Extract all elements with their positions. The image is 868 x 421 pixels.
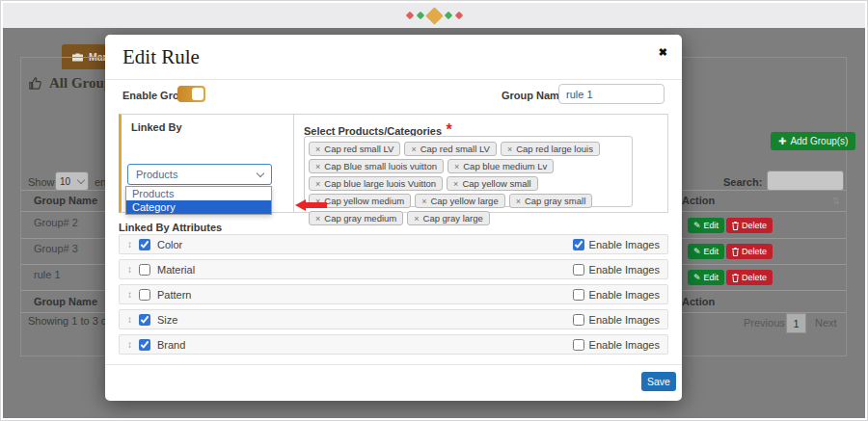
product-tag: ×Cap red small LV [404, 142, 496, 156]
drag-handle-icon[interactable]: ↕ [127, 289, 132, 300]
delete-button[interactable]: Delete [726, 270, 773, 285]
attribute-row-material[interactable]: ↕ Material Enable Images [119, 259, 668, 279]
tag-label: Cap yellow small [462, 178, 530, 189]
product-tag: ×Cap blue medium Lv [448, 159, 554, 173]
pencil-icon: ✎ [693, 221, 701, 230]
sort-icon[interactable]: ⇅ [832, 196, 840, 206]
tag-label: Cap blue large luois Vuitton [324, 178, 436, 189]
dropdown-option-products[interactable]: Products [126, 187, 271, 200]
attribute-row-size[interactable]: ↕ Size Enable Images [119, 309, 668, 329]
drag-handle-icon[interactable]: ↕ [127, 264, 132, 275]
product-tag: ×Cap yellow small [447, 176, 538, 191]
page-size-select[interactable]: 10 [55, 171, 89, 191]
annotation-arrow-left-icon [295, 199, 327, 211]
enable-images-checkbox[interactable] [573, 339, 584, 351]
table-row-name: Group# 2 [34, 217, 78, 228]
toggle-knob [192, 88, 203, 100]
tag-label: Cap Blue small luois vuitton [324, 161, 437, 171]
modal-header-divider [105, 79, 682, 80]
edit-button[interactable]: ✎Edit [688, 270, 724, 285]
attributes-list: ↕ Color Enable Images ↕ Material Enable … [119, 234, 668, 359]
attribute-row-brand[interactable]: ↕ Brand Enable Images [119, 334, 668, 355]
enable-images-checkbox[interactable] [573, 289, 584, 301]
add-group-button[interactable]: ✚ Add Group(s) [771, 132, 855, 150]
attribute-checkbox[interactable] [139, 239, 150, 250]
enable-images-checkbox[interactable] [573, 264, 584, 276]
remove-tag-icon[interactable]: × [421, 197, 426, 206]
tag-label: Cap red small LV [420, 144, 490, 154]
edit-label: Edit [704, 221, 719, 230]
save-button[interactable]: Save [641, 372, 676, 391]
edit-rule-modal: Edit Rule ✖ Enable Group Group Name Link… [105, 35, 682, 401]
fieldset-divider [293, 115, 294, 212]
logo-diamond-green-icon [416, 12, 423, 19]
remove-tag-icon[interactable]: × [507, 145, 512, 154]
pagination-previous[interactable]: Previous [744, 317, 785, 329]
logo-diamond-green-icon [444, 12, 451, 19]
page-number: 1 [793, 318, 799, 329]
linked-by-select[interactable]: Products [127, 164, 272, 185]
pagination-next[interactable]: Next [815, 317, 837, 329]
column-header-group-name[interactable]: Group Name [34, 195, 97, 206]
delete-label: Delete [742, 273, 767, 282]
table-row-name: rule 1 [34, 269, 61, 280]
chevron-down-icon [77, 175, 85, 183]
delete-label: Delete [742, 221, 767, 230]
tag-label: Cap yellow large [430, 196, 498, 206]
edit-button[interactable]: ✎Edit [688, 244, 724, 259]
enable-group-toggle[interactable] [177, 86, 205, 102]
remove-tag-icon[interactable]: × [315, 145, 320, 154]
drag-handle-icon[interactable]: ↕ [127, 239, 132, 250]
enable-images-label: Enable Images [589, 264, 660, 276]
delete-button[interactable]: Delete [726, 244, 773, 259]
enable-images-checkbox[interactable] [573, 314, 584, 326]
dropdown-option-category[interactable]: Category [126, 200, 271, 214]
tag-label: Cap gray small [525, 196, 585, 206]
pagination-page-1[interactable]: 1 [786, 313, 806, 333]
remove-tag-icon[interactable]: × [411, 145, 416, 154]
attribute-row-pattern[interactable]: ↕ Pattern Enable Images [119, 284, 668, 304]
remove-tag-icon[interactable]: × [315, 162, 320, 171]
remove-tag-icon[interactable]: × [516, 197, 521, 206]
attribute-checkbox[interactable] [139, 264, 150, 276]
attribute-row-color[interactable]: ↕ Color Enable Images [119, 234, 668, 254]
tag-label: Cap gray large [423, 213, 483, 224]
enable-images-checkbox[interactable] [573, 239, 584, 250]
selected-products-box[interactable]: ×Cap red small LV ×Cap red small LV ×Cap… [304, 136, 633, 207]
edit-button[interactable]: ✎Edit [688, 218, 724, 233]
attribute-checkbox[interactable] [139, 314, 150, 326]
attribute-name: Size [157, 314, 177, 326]
remove-tag-icon[interactable]: × [454, 162, 459, 171]
product-tag: ×Cap gray medium [309, 211, 403, 225]
footer-header-group-name: Group Name [34, 296, 97, 307]
trash-icon [732, 274, 739, 282]
close-icon[interactable]: ✖ [659, 46, 667, 59]
delete-button[interactable]: Delete [726, 218, 773, 233]
linked-by-attributes-label: Linked By Attributes [119, 222, 222, 233]
remove-tag-icon[interactable]: × [453, 179, 458, 189]
group-name-input[interactable] [558, 84, 665, 104]
search-input[interactable] [767, 171, 844, 191]
tag-label: Cap red large louis [516, 144, 593, 154]
thumbs-up-icon [28, 76, 42, 91]
product-tag: ×Cap gray small [509, 194, 593, 208]
enable-images-label: Enable Images [589, 339, 660, 351]
edit-label: Edit [704, 273, 719, 282]
group-name-label: Group Name [502, 90, 565, 101]
attribute-name: Pattern [157, 289, 191, 301]
remove-tag-icon[interactable]: × [414, 214, 419, 224]
tag-label: Cap blue medium Lv [463, 161, 547, 171]
screenshot-frame: Manage Groups All Groups Show 10 entries… [0, 0, 868, 421]
remove-tag-icon[interactable]: × [315, 179, 320, 189]
column-header-action[interactable]: Action [682, 195, 715, 206]
drag-handle-icon[interactable]: ↕ [127, 339, 132, 350]
tag-label: Cap yellow medium [324, 196, 404, 206]
attribute-name: Color [157, 239, 182, 250]
attribute-checkbox[interactable] [139, 339, 150, 351]
remove-tag-icon[interactable]: × [315, 214, 320, 224]
drag-handle-icon[interactable]: ↕ [127, 314, 132, 325]
product-tag: ×Cap blue large luois Vuitton [309, 176, 443, 191]
attribute-checkbox[interactable] [139, 289, 150, 301]
pencil-icon: ✎ [693, 247, 701, 256]
product-tag: ×Cap red small LV [309, 142, 400, 156]
